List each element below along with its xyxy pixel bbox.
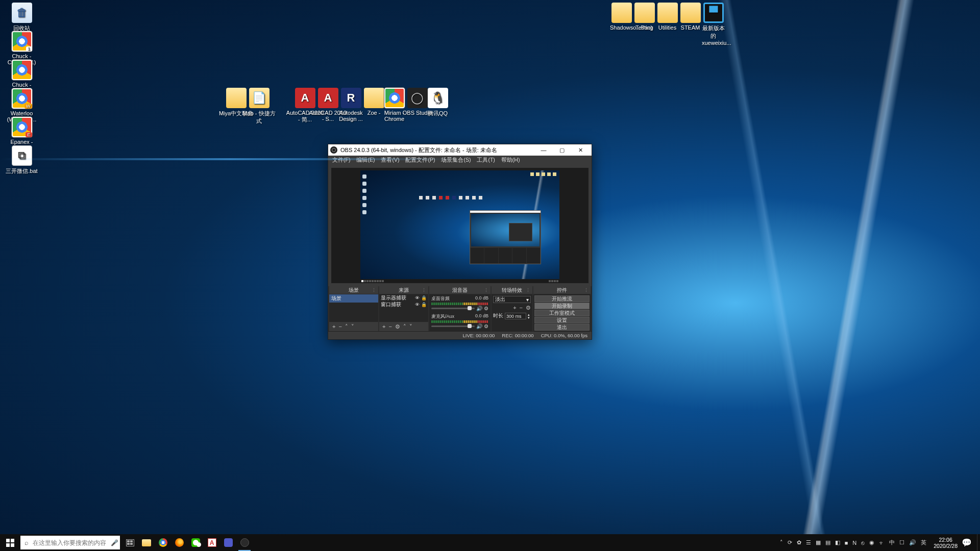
source-item[interactable]: 显示器捕获👁🔒: [379, 294, 428, 301]
scene-up-button[interactable]: ˄: [345, 323, 348, 330]
icon-label: Mao - 快捷方式: [240, 110, 278, 125]
transition-settings-button[interactable]: ⚙: [526, 305, 531, 311]
menu-item[interactable]: 文件(F): [332, 157, 350, 164]
desktop-icon[interactable]: Utilities: [656, 3, 679, 31]
sources-header[interactable]: 来源: [379, 286, 428, 294]
mic-icon[interactable]: 🎤: [109, 539, 120, 546]
control-button[interactable]: 退出: [534, 324, 590, 331]
add-transition-button[interactable]: +: [513, 305, 516, 311]
taskbar-wechat[interactable]: [187, 534, 204, 551]
task-view-button[interactable]: [122, 534, 138, 551]
speaker-icon[interactable]: 🔊: [476, 306, 482, 311]
sources-dock: 来源 显示器捕获👁🔒窗口捕获👁🔒 + − ⚙ ˄ ˅: [379, 286, 428, 331]
tray-icon[interactable]: ■: [845, 540, 848, 546]
obs-preview[interactable]: [331, 168, 589, 283]
scenes-list[interactable]: 场景: [329, 294, 378, 322]
remove-source-button[interactable]: −: [388, 323, 391, 330]
audio-meter: [431, 303, 488, 305]
menu-item[interactable]: 查看(V): [381, 157, 399, 164]
channel-level: 0.0 dB: [475, 313, 488, 320]
transition-select[interactable]: 淡出 ▾: [493, 296, 531, 303]
tray-icon[interactable]: ˄: [780, 539, 783, 546]
menu-item[interactable]: 配置文件(P): [405, 157, 435, 164]
desktop-icon[interactable]: ▝▘最新版本的xueweixiu...: [702, 3, 725, 46]
search-input[interactable]: [33, 539, 109, 546]
tray-icon[interactable]: ☐: [899, 539, 904, 546]
obs-menubar: 文件(F)编辑(E)查看(V)配置文件(P)场景集合(S)工具(T)帮助(H): [328, 156, 592, 165]
mixer-header[interactable]: 混音器: [429, 286, 491, 294]
gear-icon[interactable]: ⚙: [484, 306, 488, 311]
taskbar-autocad[interactable]: A: [204, 534, 220, 551]
scenes-header[interactable]: 场景: [329, 286, 378, 294]
menu-item[interactable]: 场景集合(S): [441, 157, 471, 164]
maximize-button[interactable]: ▢: [553, 144, 571, 156]
desktop-icon[interactable]: 🗑回收站: [3, 3, 41, 32]
desktop-icon[interactable]: Shadowso...Pac): [610, 3, 633, 31]
duration-input[interactable]: [505, 313, 526, 319]
taskbar-obs[interactable]: [236, 534, 253, 551]
tray-icon[interactable]: ✿: [797, 539, 801, 546]
tray-icon[interactable]: ◧: [835, 539, 840, 546]
menu-item[interactable]: 编辑(E): [356, 157, 375, 164]
taskbar-firefox[interactable]: [171, 534, 187, 551]
chrome-icon: [12, 31, 32, 52]
desktop-icon[interactable]: 🐧腾讯QQ: [419, 88, 457, 117]
sources-list[interactable]: 显示器捕获👁🔒窗口捕获👁🔒: [379, 294, 428, 322]
controls-header[interactable]: 控件: [533, 286, 591, 294]
source-item[interactable]: 窗口捕获👁🔒: [379, 301, 428, 308]
taskbar-clock[interactable]: 22:06 2020/2/28: [929, 537, 962, 549]
control-button[interactable]: 设置: [534, 317, 590, 323]
volume-slider[interactable]: [431, 325, 475, 327]
action-center-button[interactable]: 💬: [962, 538, 977, 547]
add-source-button[interactable]: +: [382, 323, 385, 330]
visibility-icon[interactable]: 👁: [415, 295, 420, 300]
menu-item[interactable]: 工具(T): [477, 157, 495, 164]
tray-icon[interactable]: ▦: [816, 539, 821, 546]
scene-down-button[interactable]: ˅: [351, 323, 354, 330]
transitions-dock: 转场特效 淡出 ▾ + − ⚙ 时长 ▴▾: [492, 286, 532, 331]
obs-window[interactable]: OBS 24.0.3 (64-bit, windows) - 配置文件: 未命名…: [328, 144, 592, 340]
transitions-header[interactable]: 转场特效: [492, 286, 532, 294]
taskbar-chrome[interactable]: [155, 534, 171, 551]
tray-icon[interactable]: ◉: [869, 539, 874, 546]
source-up-button[interactable]: ˄: [403, 323, 406, 330]
remove-scene-button[interactable]: −: [338, 323, 341, 330]
tray-icon[interactable]: ⟳: [788, 539, 792, 546]
gear-icon[interactable]: ⚙: [484, 323, 488, 329]
taskbar-file-explorer[interactable]: [138, 534, 155, 551]
desktop-icon[interactable]: 📄Mao - 快捷方式: [240, 88, 278, 125]
close-button[interactable]: ✕: [571, 144, 590, 156]
tray-icon[interactable]: ☰: [806, 539, 811, 546]
tray-icon[interactable]: 🔊: [909, 539, 916, 546]
tray-icon[interactable]: ⎋: [861, 540, 865, 546]
lock-icon[interactable]: 🔒: [421, 302, 427, 307]
menu-item[interactable]: 帮助(H): [501, 157, 520, 164]
duration-stepper[interactable]: ▴▾: [528, 313, 530, 319]
control-button[interactable]: 开始录制: [534, 303, 590, 309]
desktop-icon[interactable]: STEAM: [679, 3, 702, 31]
lock-icon[interactable]: 🔒: [421, 295, 427, 300]
tray-icon[interactable]: ᯤ: [879, 540, 885, 546]
add-scene-button[interactable]: +: [332, 323, 335, 330]
start-button[interactable]: [0, 534, 20, 551]
remove-transition-button[interactable]: −: [520, 305, 523, 311]
show-desktop-button[interactable]: [977, 534, 980, 551]
minimize-button[interactable]: —: [534, 144, 553, 156]
volume-slider[interactable]: [431, 308, 475, 309]
tray-icon[interactable]: N: [852, 540, 856, 546]
obs-titlebar[interactable]: OBS 24.0.3 (64-bit, windows) - 配置文件: 未命名…: [328, 144, 592, 156]
taskbar-teams[interactable]: [220, 534, 236, 551]
control-button[interactable]: 工作室模式: [534, 310, 590, 316]
source-down-button[interactable]: ˅: [409, 323, 412, 330]
desktop-icon[interactable]: Testing: [633, 3, 656, 31]
tray-icon[interactable]: 英: [921, 539, 926, 546]
desktop-icon[interactable]: ⧉三开微信.bat: [3, 145, 41, 175]
scene-item[interactable]: 场景: [329, 294, 378, 303]
tray-icon[interactable]: 中: [889, 539, 895, 546]
tray-icon[interactable]: ▤: [825, 539, 830, 546]
source-properties-button[interactable]: ⚙: [395, 323, 400, 330]
control-button[interactable]: 开始推流: [534, 295, 590, 302]
visibility-icon[interactable]: 👁: [415, 302, 420, 307]
search-box[interactable]: ⌕ 🎤: [20, 536, 120, 549]
speaker-icon[interactable]: 🔊: [476, 323, 482, 329]
